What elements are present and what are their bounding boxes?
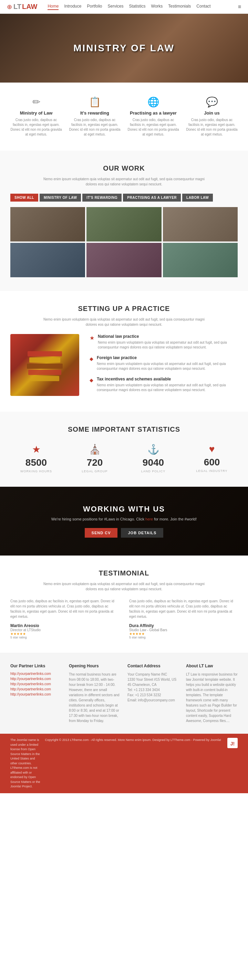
- testimonial-rating-0: 5 star rating: [10, 636, 119, 639]
- logo-law: LAW: [22, 3, 37, 11]
- stat-item-0: ★ 8500 WORKING HOURS: [10, 444, 62, 473]
- gallery-image-5: [163, 243, 238, 277]
- stat-label-1: LEGAL GROUP: [69, 469, 120, 473]
- feature-item-1: 📋 It's rewarding Cras justo odio, dapibu…: [69, 96, 120, 137]
- setting-item-text-1: Nemo enim ipsum voluptatem quia voluptas…: [97, 361, 238, 371]
- gallery-image-3: [10, 243, 85, 277]
- footer-about-text: LT Law is responsive business for law Jo…: [186, 672, 238, 723]
- svg-rect-4: [30, 376, 59, 381]
- stat-item-3: ♥ 600 LEGAL INDUSTRY: [186, 444, 238, 473]
- testimonial-name-1: Dura Affinity: [129, 623, 238, 628]
- logo-icon: ⊕: [7, 3, 12, 11]
- gallery-item-1[interactable]: [86, 207, 161, 242]
- gallery-item-4[interactable]: [86, 243, 161, 277]
- nav-testimonials[interactable]: Testimonials: [168, 4, 191, 10]
- nav-burger[interactable]: ≡: [238, 4, 241, 10]
- footer-about-title: About LT Law: [186, 663, 238, 668]
- working-text: We're hiring some positions for #Laws in…: [51, 517, 197, 521]
- stat-label-3: LEGAL INDUSTRY: [186, 469, 238, 473]
- footer-partner-links: Our Partner Links http://yourpartnerlink…: [10, 663, 62, 723]
- navbar: ⊕ LT LAW Home Introduce Portfolio Servic…: [0, 0, 248, 14]
- setting-item-1: ◆ Foreign law practice Nemo enim ipsum v…: [90, 355, 238, 371]
- testimonial-text-0: Cras justo odio, dapibus ac facilisis in…: [10, 598, 119, 619]
- feature-icon-2: 🌐: [128, 96, 179, 108]
- gallery-item-2[interactable]: [163, 207, 238, 242]
- setting-up-section: SETTING UP A PRACTICE Nemo enim ipsum vo…: [0, 291, 248, 412]
- logo[interactable]: ⊕ LT LAW: [7, 3, 37, 11]
- footer-hours-text: The normal business hours are from 08:00…: [69, 672, 120, 723]
- testimonial-rating-1: 5 star rating: [129, 636, 238, 639]
- feature-text-2: Cras justo odio, dapibus ac facilisis in…: [128, 118, 179, 137]
- testimonial-text-1: Cras justo odio, dapibus ac facilisis in…: [129, 598, 238, 619]
- our-work-section: OUR WORK Nemo enim ipsum voluptatem quia…: [0, 151, 248, 291]
- testimonial-role-0: Director at LTStudio: [10, 628, 119, 632]
- stat-item-2: ⚓ 9040 LAND POLICY: [128, 444, 179, 473]
- svg-rect-0: [27, 351, 62, 356]
- footer-contact-fax: Fax: +1 213 534 3232: [128, 692, 179, 698]
- diamond-icon-2: ◆: [90, 377, 93, 383]
- gallery-item-5[interactable]: [163, 243, 238, 277]
- testimonial-stars-0: ★★★★★: [10, 632, 119, 636]
- diamond-icon-1: ◆: [90, 356, 93, 361]
- logo-lt: LT: [13, 3, 21, 11]
- footer-link-1[interactable]: http://yourpartnerlinks.com: [10, 677, 62, 681]
- nav-contact[interactable]: Contact: [196, 4, 210, 10]
- feature-item-2: 🌐 Practising as a lawyer Cras justo odio…: [128, 96, 179, 137]
- stat-label-0: WORKING HOURS: [10, 469, 62, 473]
- setting-item-content-0: National law practice Nemo enim ipsum vo…: [98, 334, 238, 350]
- filter-ministry[interactable]: MINISTRY OF LAW: [40, 194, 81, 202]
- filter-rewarding[interactable]: IT'S REWARDING: [82, 194, 122, 202]
- features-grid: ✏ Ministry of Law Cras justo odio, dapib…: [10, 96, 238, 137]
- feature-icon-3: 💬: [186, 96, 238, 108]
- books-image: [10, 334, 79, 396]
- feature-title-2: Practising as a lawyer: [128, 110, 179, 116]
- setting-content: ★ National law practice Nemo enim ipsum …: [10, 334, 238, 398]
- footer-contact-email: Email: info@yourcompany.com: [128, 698, 179, 703]
- features-section: ✏ Ministry of Law Cras justo odio, dapib…: [0, 83, 248, 151]
- svg-rect-3: [28, 370, 61, 375]
- feature-title-0: Ministry of Law: [10, 110, 62, 116]
- footer-link-2[interactable]: http://yourpartnerlinks.com: [10, 682, 62, 686]
- nav-links: Home Introduce Portfolio Services Statis…: [48, 4, 210, 10]
- nav-services[interactable]: Services: [107, 4, 123, 10]
- setting-image-container: [10, 334, 79, 398]
- send-cv-button[interactable]: SEND CV: [85, 528, 118, 538]
- feature-text-1: Cras justo odio, dapibus ac facilisis in…: [69, 118, 120, 137]
- setting-item-text-2: Nemo enim ipsum voluptatem quia voluptas…: [97, 383, 238, 393]
- footer-hours-title: Opening Hours: [69, 663, 120, 668]
- feature-icon-0: ✏: [10, 96, 62, 108]
- setting-item-text-0: Nemo enim ipsum voluptatem quia voluptas…: [98, 340, 238, 350]
- filter-labor[interactable]: LABOR LAW: [182, 194, 213, 202]
- setting-list: ★ National law practice Nemo enim ipsum …: [90, 334, 238, 398]
- footer-bottom-left: The Joomla! name is used under a limited…: [10, 738, 41, 789]
- nav-works[interactable]: Works: [151, 4, 163, 10]
- nav-statistics[interactable]: Statistics: [129, 4, 146, 10]
- filter-show-all[interactable]: SHOW ALL: [10, 194, 38, 202]
- footer-contact-phone: Tel: +1 213 334 3434: [128, 687, 179, 692]
- star-icon-0: ★: [90, 335, 94, 341]
- footer-link-3[interactable]: http://yourpartnerlinks.com: [10, 687, 62, 691]
- job-details-button[interactable]: JOB DETAILS: [121, 528, 163, 538]
- feature-item-0: ✏ Ministry of Law Cras justo odio, dapib…: [10, 96, 62, 137]
- footer-link-0[interactable]: http://yourpartnerlinks.com: [10, 672, 62, 676]
- hero-title: MINISTRY OF LAW: [74, 43, 174, 54]
- stats-grid: ★ 8500 WORKING HOURS ⛪ 720 LEGAL GROUP ⚓…: [10, 444, 238, 473]
- gallery-image-4: [86, 243, 161, 277]
- stat-icon-1: ⛪: [69, 444, 120, 455]
- nav-portfolio[interactable]: Portfolio: [87, 4, 102, 10]
- feature-title-3: Join us: [186, 110, 238, 116]
- statistics-title: SOME IMPORTANT STATISTICS: [10, 425, 238, 433]
- filter-lawyer[interactable]: PRACTISING AS A LAWYER: [123, 194, 181, 202]
- setting-item-title-0: National law practice: [98, 334, 238, 339]
- gallery-item-0[interactable]: [10, 207, 85, 242]
- nav-introduce[interactable]: Introduce: [64, 4, 81, 10]
- stat-icon-0: ★: [10, 444, 62, 455]
- our-work-title: OUR WORK: [10, 164, 238, 172]
- gallery-image-1: [86, 207, 161, 242]
- working-link[interactable]: here: [146, 517, 153, 521]
- footer-link-4[interactable]: http://yourpartnerlinks.com: [10, 692, 62, 696]
- nav-home[interactable]: Home: [48, 4, 59, 10]
- testimonial-desc: Nemo enim ipsum voluptatem quia voluptas…: [38, 581, 210, 592]
- feature-text-3: Cras justo odio, dapibus ac facilisis in…: [186, 118, 238, 137]
- gallery-item-3[interactable]: [10, 243, 85, 277]
